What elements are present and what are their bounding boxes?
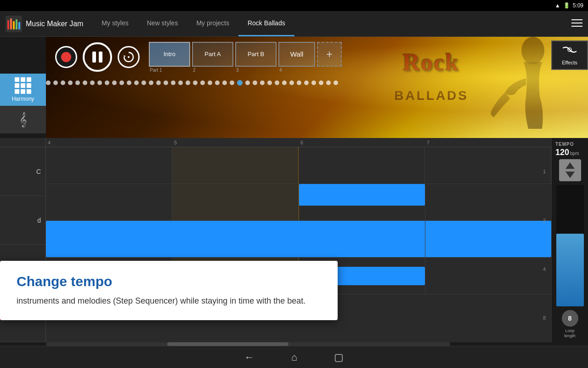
tab-my-styles[interactable]: My styles [92, 11, 137, 36]
beat-numbers-row: 4 5 6 7 [46, 138, 551, 147]
effects-button[interactable]: Effects [551, 40, 588, 70]
back-button[interactable]: ← [244, 351, 254, 363]
progress-dot-36[interactable] [311, 80, 316, 85]
progress-dot-11[interactable] [127, 80, 131, 85]
tempo-bar-container [556, 185, 584, 306]
svg-rect-1 [7, 20, 9, 29]
grid-cell-e-4[interactable] [425, 221, 551, 257]
progress-dot-7[interactable] [97, 80, 102, 85]
wifi-icon: ▲ [555, 2, 560, 9]
progress-dot-26[interactable] [237, 80, 243, 86]
row-num-8: 8 [537, 293, 551, 342]
progress-dot-32[interactable] [282, 80, 287, 85]
progress-dot-8[interactable] [105, 80, 109, 85]
part-intro-button[interactable]: Intro [149, 42, 190, 67]
loop-length-circle[interactable]: 8 [562, 310, 578, 327]
beat-5: 5 [172, 138, 299, 147]
tempo-bar[interactable] [556, 234, 584, 307]
progress-dot-23[interactable] [215, 80, 220, 85]
progress-dot-10[interactable] [119, 80, 124, 85]
note-block-e-7b[interactable] [364, 221, 425, 257]
progress-dot-20[interactable] [193, 80, 198, 85]
progress-dot-33[interactable] [289, 80, 294, 85]
part-wall: Wall 4 [278, 42, 315, 73]
progress-dot-35[interactable] [304, 80, 309, 85]
grid-cell-c-1[interactable] [46, 147, 172, 184]
tab-rock-ballads[interactable]: Rock Ballads [238, 11, 294, 36]
grid-cell-c-4[interactable] [425, 147, 551, 184]
progress-dot-6[interactable] [90, 80, 95, 85]
app-title: Music Maker Jam [26, 20, 83, 28]
row-numbers: 1 2 4 8 [537, 147, 551, 342]
progress-dot-30[interactable] [267, 80, 272, 85]
progress-dot-4[interactable] [75, 80, 80, 85]
progress-dot-9[interactable] [112, 80, 117, 85]
progress-dot-39[interactable] [334, 80, 338, 85]
grid-cell-c-2[interactable] [172, 147, 299, 184]
tempo-up-icon[interactable] [565, 162, 575, 169]
grid-cell-c-3[interactable] [299, 147, 425, 184]
grid-section: C d A# 4 5 6 7 [0, 138, 588, 342]
progress-dot-28[interactable] [253, 80, 257, 85]
part-wall-number: 4 [278, 68, 282, 73]
svg-rect-3 [13, 21, 15, 29]
progress-dot-15[interactable] [156, 80, 161, 85]
progress-dot-14[interactable] [149, 80, 153, 85]
progress-dot-16[interactable] [164, 80, 168, 85]
progress-dot-27[interactable] [245, 80, 250, 85]
note-block-e-7a[interactable] [299, 221, 360, 257]
progress-dot-31[interactable] [275, 80, 279, 85]
tooltip-title: Change tempo [17, 274, 321, 289]
progress-dot-25[interactable] [230, 80, 234, 85]
progress-dot-1[interactable] [53, 80, 58, 85]
part-b-button[interactable]: Part B [235, 42, 277, 67]
top-section: Rock BALLADS Harmony 𝄞 [0, 37, 588, 138]
progress-dot-22[interactable] [208, 80, 212, 85]
progress-dot-29[interactable] [260, 80, 265, 85]
note-block-d-7[interactable] [299, 184, 425, 206]
grid-cell-e-3[interactable] [299, 221, 425, 257]
tempo-label: TEMPO [554, 142, 574, 147]
tempo-value: 120 [555, 148, 569, 157]
progress-dot-13[interactable] [141, 80, 146, 85]
home-button[interactable]: ⌂ [291, 351, 297, 363]
grid-cell-d-3[interactable] [299, 184, 425, 220]
progress-dot-17[interactable] [171, 80, 175, 85]
progress-dot-37[interactable] [319, 80, 323, 85]
progress-dot-38[interactable] [326, 80, 331, 85]
scrollbar-thumb[interactable] [167, 342, 288, 346]
record-button[interactable] [55, 46, 77, 68]
grid-cell-d-1[interactable] [46, 184, 172, 220]
clef-button[interactable]: 𝄞 [0, 106, 46, 133]
note-block-e-8[interactable] [425, 221, 514, 257]
progress-dot-3[interactable] [68, 80, 73, 85]
grid-cell-d-2[interactable] [172, 184, 299, 220]
pause-button[interactable] [83, 42, 112, 72]
progress-dot-18[interactable] [178, 80, 183, 85]
grid-cell-as-4[interactable] [425, 258, 551, 294]
header-menu[interactable] [571, 17, 582, 30]
recent-button[interactable]: ▢ [334, 351, 344, 363]
tempo-down-icon[interactable] [565, 172, 575, 178]
grid-row-c [46, 147, 551, 184]
grid-cell-e-2[interactable] [172, 221, 299, 257]
progress-dot-5[interactable] [83, 80, 87, 85]
tempo-stepper[interactable] [559, 159, 581, 181]
progress-dot-19[interactable] [186, 80, 190, 85]
part-a-button[interactable]: Part A [192, 42, 233, 67]
tab-my-projects[interactable]: My projects [187, 11, 238, 36]
progress-dot-34[interactable] [297, 80, 301, 85]
tab-new-styles[interactable]: New styles [138, 11, 187, 36]
progress-dot-24[interactable] [222, 80, 227, 85]
loop-button[interactable] [118, 46, 140, 68]
progress-dot-2[interactable] [61, 80, 65, 85]
part-b: Part B 3 [235, 42, 277, 73]
horizontal-scrollbar[interactable] [0, 342, 588, 346]
progress-dot-12[interactable] [134, 80, 139, 85]
part-wall-button[interactable]: Wall [278, 42, 315, 67]
progress-dot-0[interactable] [46, 80, 51, 85]
grid-cell-d-4[interactable] [425, 184, 551, 220]
tooltip-body: instruments and melodies (Step Sequencer… [17, 295, 321, 307]
progress-dot-21[interactable] [200, 80, 205, 85]
add-part-button[interactable]: + [317, 42, 342, 67]
